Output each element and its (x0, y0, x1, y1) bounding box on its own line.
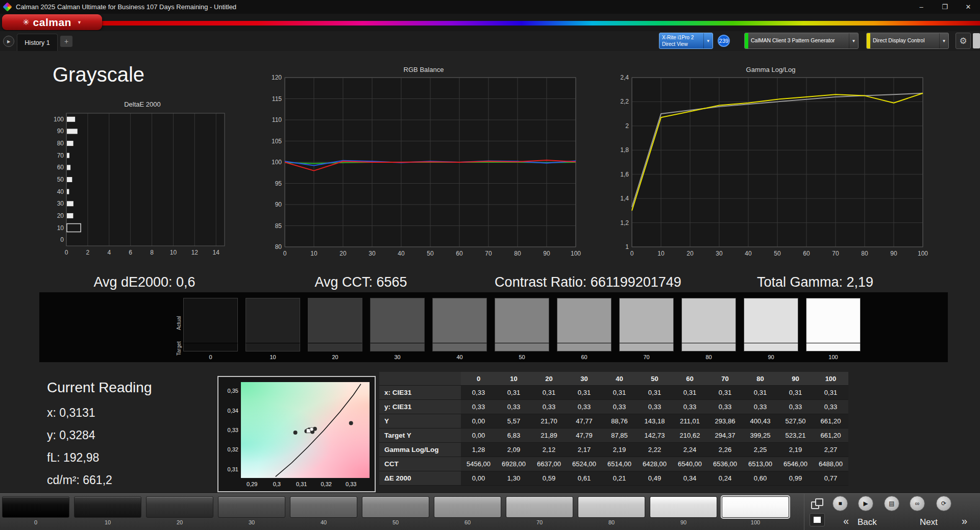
pattern-button-100[interactable] (722, 496, 789, 518)
svg-text:10: 10 (657, 250, 665, 257)
table-cell: 0,00 (461, 471, 496, 486)
table-column-header: 100 (813, 372, 848, 386)
refresh-button[interactable]: ⟳ (936, 496, 951, 511)
table-cell: 6428,00 (637, 457, 672, 471)
table-row: Target Y0,006,8321,8947,7987,85142,73210… (379, 428, 848, 443)
pattern-button-20[interactable] (146, 496, 213, 518)
svg-text:115: 115 (272, 95, 282, 103)
next-chevron-icon[interactable]: » (962, 515, 967, 527)
title-bar: Calman 2025 Calman Ultimate for Business… (0, 0, 980, 14)
svg-text:6: 6 (129, 249, 132, 256)
grayscale-swatch-30: 30 (370, 298, 425, 360)
table-cell: 0,31 (567, 386, 602, 400)
maximize-button[interactable]: ❐ (933, 0, 957, 14)
cie-chart-plot: 0,350,340,330,320,310,290,30,310,320,33 (218, 377, 375, 491)
actual-axis-label: Actual (176, 316, 182, 330)
table-cell: 2,24 (672, 443, 707, 457)
svg-text:4: 4 (107, 249, 111, 256)
pattern-button-30[interactable] (218, 496, 285, 518)
minimize-button[interactable]: – (910, 0, 933, 14)
table-cell: 0,60 (743, 471, 778, 486)
grayscale-swatch-strip: Actual Target 0102030405060708090100 (39, 292, 948, 362)
stop-button[interactable]: ■ (832, 496, 848, 511)
swatch-level-label: 70 (619, 354, 674, 360)
back-button[interactable]: Back (857, 517, 877, 527)
table-cell: 0,31 (637, 386, 672, 400)
table-cell: 6536,00 (707, 457, 743, 471)
pattern-button-80[interactable] (578, 496, 645, 518)
svg-text:80: 80 (514, 250, 521, 257)
svg-text:110: 110 (272, 116, 282, 123)
svg-text:90: 90 (890, 250, 897, 257)
layers-button[interactable] (810, 497, 825, 510)
pattern-slot-0: 0 (2, 496, 69, 525)
stat-contrast-ratio: Contrast Ratio: 661199201749 (495, 274, 681, 290)
svg-text:40: 40 (398, 250, 405, 257)
calman-logo-menu-button[interactable]: ✳ calman ▼ (2, 14, 102, 30)
close-button[interactable]: ✕ (957, 0, 980, 14)
pattern-slot-50: 50 (362, 496, 429, 525)
tab-scroll-button[interactable]: ▶ (3, 36, 14, 47)
display-control-status-stripe (867, 33, 870, 48)
save-button[interactable]: ▤ (884, 496, 899, 511)
pattern-button-label: 50 (362, 519, 429, 525)
swatch-target-patch (432, 343, 487, 351)
settings-gear-button[interactable]: ⚙ (955, 33, 971, 49)
pattern-window-button[interactable] (810, 513, 825, 526)
table-cell: 0,31 (813, 386, 848, 400)
svg-text:100: 100 (571, 250, 581, 257)
add-tab-button[interactable]: + (60, 36, 72, 47)
current-reading-y: y: 0,3284 (47, 428, 95, 442)
target-axis-label: Target (176, 341, 182, 356)
table-cell: 6637,00 (531, 457, 567, 471)
calman-app-window: Calman 2025 Calman Ultimate for Business… (0, 0, 980, 530)
table-row-label: Y (379, 414, 461, 428)
display-control-device-button[interactable]: Direct Display Control ▼ (866, 33, 949, 49)
pattern-button-70[interactable] (506, 496, 573, 518)
svg-text:0: 0 (60, 236, 64, 243)
svg-text:10: 10 (170, 249, 177, 256)
swatch-level-label: 80 (681, 354, 736, 360)
pattern-button-label: 40 (290, 519, 357, 525)
table-cell: 2,27 (813, 443, 848, 457)
table-column-header: 30 (567, 372, 602, 386)
chevron-down-icon[interactable]: ▼ (703, 33, 713, 48)
play-button[interactable]: ▶ (858, 496, 873, 511)
grayscale-swatch-20: 20 (308, 298, 362, 360)
chevron-down-icon[interactable]: ▼ (849, 33, 858, 48)
tab-bar-edge-button[interactable] (973, 33, 980, 48)
swatch-target-patch (557, 343, 611, 351)
table-cell: 0,31 (672, 386, 707, 400)
table-cell: 5,57 (496, 414, 531, 428)
svg-text:50: 50 (57, 176, 64, 183)
logo-dropdown-chevron-icon[interactable]: ▼ (77, 20, 82, 25)
window-title: Calman 2025 Calman Ultimate for Business… (16, 3, 236, 11)
table-cell: 0,77 (813, 471, 848, 486)
pattern-button-40[interactable] (290, 496, 357, 518)
svg-text:0: 0 (65, 249, 68, 256)
chevron-down-icon[interactable]: ▼ (939, 33, 948, 48)
pattern-button-90[interactable] (650, 496, 717, 518)
pattern-button-10[interactable] (74, 496, 141, 518)
svg-text:0,29: 0,29 (247, 481, 257, 487)
pattern-button-0[interactable] (2, 496, 69, 518)
page-title: Grayscale (53, 63, 144, 86)
svg-text:0,32: 0,32 (321, 481, 331, 487)
back-chevron-icon[interactable]: « (843, 515, 849, 527)
svg-text:90: 90 (57, 128, 64, 135)
table-cell: 47,77 (567, 414, 602, 428)
current-reading-x: x: 0,3131 (47, 406, 95, 420)
table-cell: 0,33 (531, 400, 567, 414)
link-button[interactable]: ∞ (910, 496, 925, 511)
next-button[interactable]: Next (920, 517, 938, 527)
play-icon: ▶ (7, 39, 10, 44)
table-cell: 143,18 (637, 414, 672, 428)
svg-text:40: 40 (57, 188, 64, 195)
pattern-generator-device-button[interactable]: CalMAN Client 3 Pattern Generator ▼ (744, 33, 859, 49)
tab-history-1[interactable]: History 1 (17, 34, 58, 52)
meter-device-button[interactable]: X-Rite i1Pro 2 Direct View ▼ (659, 33, 713, 49)
deltae-2000-chart: DeltaE 2000 0246810121401020304050607080… (53, 100, 232, 259)
swatch-level-label: 50 (495, 354, 549, 360)
pattern-button-50[interactable] (362, 496, 429, 518)
pattern-button-60[interactable] (434, 496, 501, 518)
